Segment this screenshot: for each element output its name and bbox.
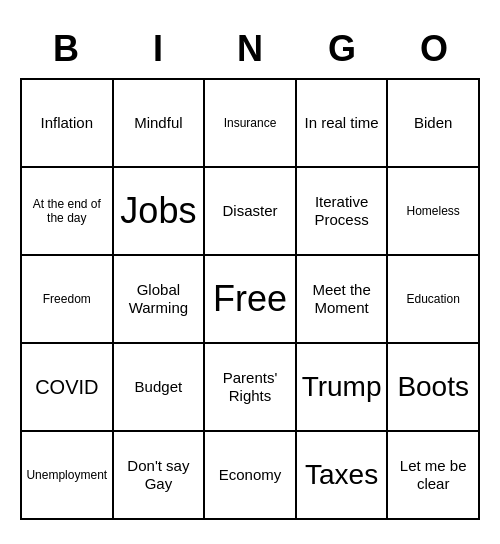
- bingo-cell: Meet the Moment: [297, 256, 389, 344]
- bingo-letter: G: [296, 24, 388, 74]
- bingo-cell: Taxes: [297, 432, 389, 520]
- bingo-cell: Homeless: [388, 168, 480, 256]
- cell-text: Mindful: [134, 114, 182, 132]
- cell-text: Biden: [414, 114, 452, 132]
- cell-text: Freedom: [43, 292, 91, 306]
- cell-text: Unemployment: [26, 468, 107, 482]
- cell-text: Trump: [302, 370, 382, 404]
- bingo-cell: Freedom: [22, 256, 114, 344]
- bingo-cell: Let me be clear: [388, 432, 480, 520]
- bingo-cell: Mindful: [114, 80, 206, 168]
- cell-text: Economy: [219, 466, 282, 484]
- bingo-cell: Disaster: [205, 168, 297, 256]
- bingo-cell: COVID: [22, 344, 114, 432]
- bingo-letter: N: [204, 24, 296, 74]
- bingo-cell: Boots: [388, 344, 480, 432]
- bingo-cell: Budget: [114, 344, 206, 432]
- cell-text: Parents' Rights: [209, 369, 291, 405]
- bingo-cell: Biden: [388, 80, 480, 168]
- cell-text: In real time: [304, 114, 378, 132]
- cell-text: Iterative Process: [301, 193, 383, 229]
- cell-text: Education: [407, 292, 460, 306]
- cell-text: Budget: [135, 378, 183, 396]
- bingo-cell: Education: [388, 256, 480, 344]
- bingo-cell: At the end of the day: [22, 168, 114, 256]
- cell-text: Let me be clear: [392, 457, 474, 493]
- bingo-cell: Unemployment: [22, 432, 114, 520]
- bingo-grid: InflationMindfulInsuranceIn real timeBid…: [20, 78, 480, 520]
- bingo-cell: Iterative Process: [297, 168, 389, 256]
- bingo-cell: In real time: [297, 80, 389, 168]
- bingo-letter: B: [20, 24, 112, 74]
- cell-text: Meet the Moment: [301, 281, 383, 317]
- cell-text: Taxes: [305, 458, 378, 492]
- bingo-cell: Economy: [205, 432, 297, 520]
- cell-text: Don't say Gay: [118, 457, 200, 493]
- bingo-cell: Don't say Gay: [114, 432, 206, 520]
- bingo-card: BINGO InflationMindfulInsuranceIn real t…: [10, 14, 490, 530]
- cell-text: At the end of the day: [26, 197, 108, 226]
- cell-text: Jobs: [120, 189, 196, 232]
- cell-text: Free: [213, 277, 287, 320]
- bingo-header: BINGO: [20, 24, 480, 74]
- cell-text: Inflation: [41, 114, 94, 132]
- cell-text: Global Warming: [118, 281, 200, 317]
- cell-text: COVID: [35, 375, 98, 399]
- bingo-letter: O: [388, 24, 480, 74]
- bingo-letter: I: [112, 24, 204, 74]
- bingo-cell: Global Warming: [114, 256, 206, 344]
- bingo-cell: Insurance: [205, 80, 297, 168]
- bingo-cell: Inflation: [22, 80, 114, 168]
- bingo-cell: Free: [205, 256, 297, 344]
- bingo-cell: Parents' Rights: [205, 344, 297, 432]
- cell-text: Boots: [397, 370, 469, 404]
- cell-text: Disaster: [222, 202, 277, 220]
- bingo-cell: Jobs: [114, 168, 206, 256]
- cell-text: Insurance: [224, 116, 277, 130]
- cell-text: Homeless: [407, 204, 460, 218]
- bingo-cell: Trump: [297, 344, 389, 432]
